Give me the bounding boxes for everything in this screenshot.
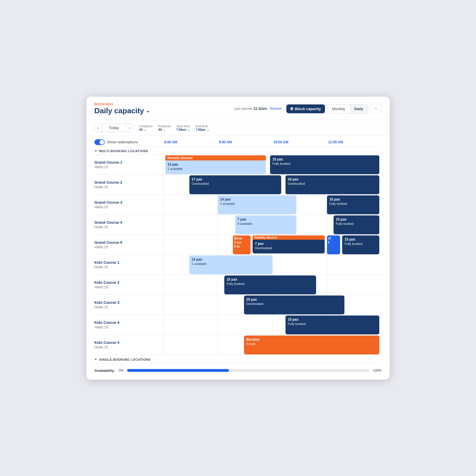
course-timeline: 15 pax Overbooked <box>163 295 382 315</box>
sync-info: Last synced 12:32am Refresh <box>234 107 282 111</box>
course-timeline: Partially blocked 14 pax 1 available 15 … <box>163 155 382 174</box>
course-name: Grand Course 4 <box>94 220 161 225</box>
toggle-row: Show redemptions <box>94 139 163 145</box>
list-item[interactable]: Block. 7 pax 8 av. <box>233 235 250 254</box>
prev-date-button[interactable]: ‹ <box>95 124 102 132</box>
daily-toggle[interactable]: Daily <box>350 104 368 113</box>
course-timeline: 7 pax 8 available 15 pax Fully booked <box>163 215 382 235</box>
course-timeline: 15 pax Fully booked <box>163 315 382 335</box>
locations-filter[interactable]: Locations All ⌄ <box>139 124 152 131</box>
list-item[interactable]: Partially blocked <box>165 155 266 160</box>
monthly-toggle[interactable]: Monthly <box>328 104 350 113</box>
time-10am: 10:00 AM <box>272 140 327 144</box>
table-row: Grand Course 1 Holds 15 Partially blocke… <box>94 155 382 175</box>
bookings-label: BOOKINGS <box>94 102 229 106</box>
course-timeline: Block. 7 pax 8 av. Partially blocked 7 p… <box>163 235 382 255</box>
list-item[interactable]: Blocked 0 Avail. <box>244 336 380 354</box>
course-holds: Holds 15 <box>94 245 161 249</box>
list-item[interactable]: 15 pax Fully booked <box>327 195 379 214</box>
course-holds: Holds 15 <box>94 265 161 269</box>
course-name: Kids Course 5 <box>94 340 161 345</box>
start-time-filter[interactable]: Start time 7:00am ⌄ <box>176 124 190 131</box>
course-name: Kids Course 4 <box>94 320 161 325</box>
avail-min: 0% <box>118 368 123 372</box>
list-item[interactable]: 14 pax 1 available <box>165 160 266 174</box>
page-title: Daily capacity ⌄ <box>94 106 229 115</box>
course-name: Grand Course 5 <box>94 240 161 245</box>
list-item[interactable]: 10 5 <box>327 235 340 254</box>
course-info: Kids Course 2 Holds 15 <box>94 275 163 295</box>
availability-fill <box>127 369 229 372</box>
list-item[interactable]: 15 pax Fully booked <box>224 275 316 294</box>
course-info: Kids Course 4 Holds 15 <box>94 315 163 335</box>
time-11am: 11:00 AM <box>327 140 382 144</box>
table-row: Grand Course 4 Holds 15 7 pax 8 availabl… <box>94 215 382 235</box>
grid-area: Show redemptions 8:00 AM 9:00 AM 10:00 A… <box>86 136 390 363</box>
list-item[interactable]: 15 pax Fully booked <box>342 235 379 254</box>
course-holds: Holds 15 <box>94 325 161 329</box>
table-row: Kids Course 3 Holds 15 15 pax Overbooked <box>94 295 382 315</box>
today-label: Today <box>102 124 126 132</box>
list-item[interactable]: 15 pax Fully booked <box>285 316 380 334</box>
time-9am: 9:00 AM <box>218 140 272 144</box>
app-container: BOOKINGS Daily capacity ⌄ Last synced 12… <box>86 97 390 380</box>
course-name: Kids Course 3 <box>94 300 161 305</box>
course-timeline: 14 pax 1 available 15 pax Fully booked <box>163 195 382 215</box>
list-item[interactable]: 15 pax Overbooked <box>244 295 344 314</box>
list-item[interactable]: 15 pax Fully booked <box>334 215 379 234</box>
course-holds: Holds 15 <box>94 205 161 209</box>
list-item[interactable]: 14 pax 1 available <box>189 255 272 274</box>
course-info: Grand Course 3 Holds 15 <box>94 195 163 215</box>
block-capacity-button[interactable]: Block capacity <box>286 104 325 113</box>
section-chevron-icon: ▼ <box>94 149 98 152</box>
list-item[interactable]: Partially blocked 7 pax Overbooked <box>253 235 325 254</box>
course-timeline: 15 pax Fully booked <box>163 275 382 295</box>
course-info: Grand Course 4 Holds 15 <box>94 215 163 235</box>
course-timeline: Blocked 0 Avail. <box>163 335 382 355</box>
table-row: Kids Course 5 Holds 15 Blocked 0 Avail. <box>94 335 382 355</box>
section-chevron-icon: ▼ <box>94 358 98 361</box>
course-holds: Holds 15 <box>94 285 161 289</box>
availability-bar-row: Availability: 0% 100% <box>86 363 390 373</box>
course-info: Grand Course 5 Holds 15 <box>94 235 163 255</box>
list-item[interactable]: 17 pax Overbooked <box>189 175 281 194</box>
avail-max: 100% <box>373 368 382 372</box>
toggle-label: Show redemptions <box>107 140 138 144</box>
table-row: Grand Course 5 Holds 15 Block. 7 pax 8 a… <box>94 235 382 255</box>
list-item[interactable]: 16 pax Overbooked <box>285 175 380 194</box>
refresh-link[interactable]: Refresh <box>270 107 282 111</box>
next-date-button[interactable]: › <box>126 124 133 132</box>
block-icon <box>290 107 293 110</box>
timeline-header: Show redemptions 8:00 AM 9:00 AM 10:00 A… <box>94 136 382 146</box>
title-chevron-icon[interactable]: ⌄ <box>146 108 150 114</box>
view-toggle-group: Monthly Daily <box>327 104 368 114</box>
time-8am: 8:00 AM <box>163 140 218 144</box>
redemptions-toggle[interactable] <box>94 139 105 145</box>
list-item[interactable]: 15 pax Fully booked <box>270 155 379 174</box>
course-info: Kids Course 5 Holds 15 <box>94 335 163 355</box>
products-filter[interactable]: Products All ⌄ <box>158 124 170 131</box>
course-holds: Holds 15 <box>94 185 161 189</box>
table-row: Grand Course 3 Holds 15 14 pax 1 availab… <box>94 195 382 215</box>
multi-booking-section-header: ▼ MULTI-BOOKING LOCATIONS <box>94 146 382 155</box>
list-item[interactable]: 14 pax 1 available <box>218 195 296 214</box>
end-time-filter[interactable]: End time 7:00pm ⌄ <box>196 124 209 131</box>
course-name: Kids Course 1 <box>94 260 161 265</box>
course-holds: Holds 15 <box>94 345 161 349</box>
course-holds: Holds 15 <box>94 305 161 309</box>
single-booking-section-header: ▼ SINGLE-BOOKING LOCATIONS <box>94 355 382 363</box>
course-name: Grand Course 1 <box>94 160 161 164</box>
availability-label: Availability: <box>94 368 115 373</box>
table-row: Kids Course 1 Holds 15 14 pax 1 availabl… <box>94 255 382 275</box>
table-row: Kids Course 4 Holds 15 15 pax Fully book… <box>94 315 382 335</box>
course-timeline: 14 pax 1 available <box>163 255 382 275</box>
header-actions: Block capacity Monthly Daily ··· <box>286 104 382 114</box>
list-item[interactable]: 7 pax 8 available <box>235 215 296 234</box>
course-name: Grand Course 2 <box>94 180 161 185</box>
course-info: Kids Course 1 Holds 15 <box>94 255 163 275</box>
table-row: Kids Course 2 Holds 15 15 pax Fully book… <box>94 275 382 295</box>
more-button[interactable]: ··· <box>370 104 382 114</box>
filters-bar: ‹ Today › Locations All ⌄ Products All ⌄… <box>86 120 390 136</box>
course-holds: Holds 15 <box>94 165 161 169</box>
course-info: Grand Course 1 Holds 15 <box>94 155 163 174</box>
